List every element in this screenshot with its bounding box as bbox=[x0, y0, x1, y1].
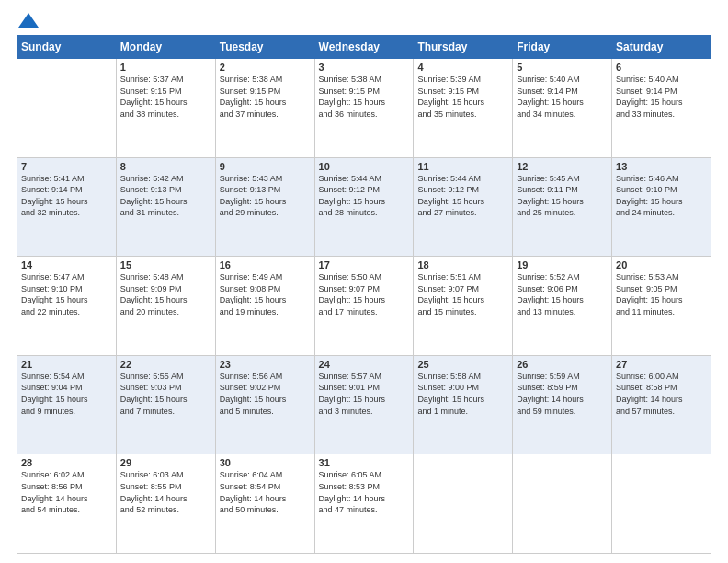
day-number: 19 bbox=[517, 259, 608, 270]
day-number: 4 bbox=[417, 62, 508, 73]
calendar-table: SundayMondayTuesdayWednesdayThursdayFrid… bbox=[17, 35, 711, 554]
cell-info: Sunrise: 5:41 AM Sunset: 9:14 PM Dayligh… bbox=[21, 173, 112, 219]
weekday-monday: Monday bbox=[116, 36, 215, 59]
day-number: 23 bbox=[220, 359, 311, 370]
calendar-cell: 9Sunrise: 5:43 AM Sunset: 9:13 PM Daylig… bbox=[215, 157, 314, 257]
week-row-2: 14Sunrise: 5:47 AM Sunset: 9:10 PM Dayli… bbox=[17, 257, 711, 356]
svg-marker-0 bbox=[18, 13, 39, 28]
week-row-1: 7Sunrise: 5:41 AM Sunset: 9:14 PM Daylig… bbox=[17, 157, 711, 257]
week-row-4: 28Sunrise: 6:02 AM Sunset: 8:56 PM Dayli… bbox=[17, 454, 711, 554]
calendar-cell: 19Sunrise: 5:52 AM Sunset: 9:06 PM Dayli… bbox=[513, 257, 612, 356]
cell-info: Sunrise: 5:48 AM Sunset: 9:09 PM Dayligh… bbox=[120, 271, 211, 317]
weekday-sunday: Sunday bbox=[17, 36, 117, 59]
calendar-cell: 3Sunrise: 5:38 AM Sunset: 9:15 PM Daylig… bbox=[314, 59, 414, 158]
day-number: 1 bbox=[120, 62, 211, 73]
calendar-cell: 15Sunrise: 5:48 AM Sunset: 9:09 PM Dayli… bbox=[116, 257, 215, 356]
day-number: 10 bbox=[319, 161, 410, 172]
day-number: 14 bbox=[21, 259, 112, 270]
calendar-cell: 7Sunrise: 5:41 AM Sunset: 9:14 PM Daylig… bbox=[17, 157, 117, 257]
logo bbox=[17, 17, 39, 28]
cell-info: Sunrise: 5:46 AM Sunset: 9:10 PM Dayligh… bbox=[616, 173, 707, 219]
calendar-cell: 6Sunrise: 5:40 AM Sunset: 9:14 PM Daylig… bbox=[612, 59, 711, 158]
calendar-cell: 21Sunrise: 5:54 AM Sunset: 9:04 PM Dayli… bbox=[17, 355, 117, 454]
day-number: 26 bbox=[517, 359, 608, 370]
calendar-cell: 14Sunrise: 5:47 AM Sunset: 9:10 PM Dayli… bbox=[17, 257, 117, 356]
calendar-cell: 17Sunrise: 5:50 AM Sunset: 9:07 PM Dayli… bbox=[314, 257, 414, 356]
header bbox=[17, 17, 711, 28]
cell-info: Sunrise: 5:49 AM Sunset: 9:08 PM Dayligh… bbox=[220, 271, 311, 317]
page: SundayMondayTuesdayWednesdayThursdayFrid… bbox=[0, 0, 728, 563]
cell-info: Sunrise: 6:00 AM Sunset: 8:58 PM Dayligh… bbox=[616, 371, 707, 417]
cell-info: Sunrise: 5:40 AM Sunset: 9:14 PM Dayligh… bbox=[616, 74, 707, 120]
cell-info: Sunrise: 5:40 AM Sunset: 9:14 PM Dayligh… bbox=[517, 74, 608, 120]
day-number: 20 bbox=[616, 259, 707, 270]
week-row-0: 1Sunrise: 5:37 AM Sunset: 9:15 PM Daylig… bbox=[17, 59, 711, 158]
weekday-wednesday: Wednesday bbox=[314, 36, 414, 59]
weekday-tuesday: Tuesday bbox=[215, 36, 314, 59]
cell-info: Sunrise: 5:37 AM Sunset: 9:15 PM Dayligh… bbox=[120, 74, 211, 120]
calendar-cell: 26Sunrise: 5:59 AM Sunset: 8:59 PM Dayli… bbox=[513, 355, 612, 454]
day-number: 3 bbox=[319, 62, 410, 73]
calendar-cell: 5Sunrise: 5:40 AM Sunset: 9:14 PM Daylig… bbox=[513, 59, 612, 158]
day-number: 18 bbox=[417, 259, 508, 270]
day-number: 8 bbox=[120, 161, 211, 172]
cell-info: Sunrise: 5:56 AM Sunset: 9:02 PM Dayligh… bbox=[220, 371, 311, 417]
day-number: 6 bbox=[616, 62, 707, 73]
calendar-cell: 24Sunrise: 5:57 AM Sunset: 9:01 PM Dayli… bbox=[314, 355, 414, 454]
weekday-thursday: Thursday bbox=[414, 36, 513, 59]
day-number: 15 bbox=[120, 259, 211, 270]
calendar-cell bbox=[612, 454, 711, 554]
cell-info: Sunrise: 5:39 AM Sunset: 9:15 PM Dayligh… bbox=[417, 74, 508, 120]
cell-info: Sunrise: 5:43 AM Sunset: 9:13 PM Dayligh… bbox=[220, 173, 311, 219]
cell-info: Sunrise: 6:04 AM Sunset: 8:54 PM Dayligh… bbox=[220, 469, 311, 515]
cell-info: Sunrise: 6:02 AM Sunset: 8:56 PM Dayligh… bbox=[21, 469, 112, 515]
calendar-cell: 25Sunrise: 5:58 AM Sunset: 9:00 PM Dayli… bbox=[414, 355, 513, 454]
calendar-cell: 22Sunrise: 5:55 AM Sunset: 9:03 PM Dayli… bbox=[116, 355, 215, 454]
day-number: 11 bbox=[417, 161, 508, 172]
cell-info: Sunrise: 5:44 AM Sunset: 9:12 PM Dayligh… bbox=[417, 173, 508, 219]
day-number: 28 bbox=[21, 457, 112, 468]
cell-info: Sunrise: 5:58 AM Sunset: 9:00 PM Dayligh… bbox=[417, 371, 508, 417]
weekday-saturday: Saturday bbox=[612, 36, 711, 59]
calendar-cell: 18Sunrise: 5:51 AM Sunset: 9:07 PM Dayli… bbox=[414, 257, 513, 356]
logo-icon bbox=[18, 13, 39, 28]
calendar-cell: 2Sunrise: 5:38 AM Sunset: 9:15 PM Daylig… bbox=[215, 59, 314, 158]
day-number: 13 bbox=[616, 161, 707, 172]
cell-info: Sunrise: 5:45 AM Sunset: 9:11 PM Dayligh… bbox=[517, 173, 608, 219]
day-number: 5 bbox=[517, 62, 608, 73]
weekday-friday: Friday bbox=[513, 36, 612, 59]
week-row-3: 21Sunrise: 5:54 AM Sunset: 9:04 PM Dayli… bbox=[17, 355, 711, 454]
day-number: 24 bbox=[319, 359, 410, 370]
weekday-header-row: SundayMondayTuesdayWednesdayThursdayFrid… bbox=[17, 36, 711, 59]
calendar-cell: 13Sunrise: 5:46 AM Sunset: 9:10 PM Dayli… bbox=[612, 157, 711, 257]
calendar-cell bbox=[414, 454, 513, 554]
cell-info: Sunrise: 5:59 AM Sunset: 8:59 PM Dayligh… bbox=[517, 371, 608, 417]
calendar-cell: 1Sunrise: 5:37 AM Sunset: 9:15 PM Daylig… bbox=[116, 59, 215, 158]
cell-info: Sunrise: 5:51 AM Sunset: 9:07 PM Dayligh… bbox=[417, 271, 508, 317]
day-number: 31 bbox=[319, 457, 410, 468]
cell-info: Sunrise: 5:44 AM Sunset: 9:12 PM Dayligh… bbox=[319, 173, 410, 219]
calendar-cell: 16Sunrise: 5:49 AM Sunset: 9:08 PM Dayli… bbox=[215, 257, 314, 356]
calendar-cell: 10Sunrise: 5:44 AM Sunset: 9:12 PM Dayli… bbox=[314, 157, 414, 257]
calendar-cell: 23Sunrise: 5:56 AM Sunset: 9:02 PM Dayli… bbox=[215, 355, 314, 454]
day-number: 17 bbox=[319, 259, 410, 270]
cell-info: Sunrise: 5:52 AM Sunset: 9:06 PM Dayligh… bbox=[517, 271, 608, 317]
calendar-cell: 29Sunrise: 6:03 AM Sunset: 8:55 PM Dayli… bbox=[116, 454, 215, 554]
calendar-cell bbox=[513, 454, 612, 554]
cell-info: Sunrise: 5:54 AM Sunset: 9:04 PM Dayligh… bbox=[21, 371, 112, 417]
cell-info: Sunrise: 5:38 AM Sunset: 9:15 PM Dayligh… bbox=[319, 74, 410, 120]
cell-info: Sunrise: 5:53 AM Sunset: 9:05 PM Dayligh… bbox=[616, 271, 707, 317]
day-number: 2 bbox=[220, 62, 311, 73]
calendar-cell: 31Sunrise: 6:05 AM Sunset: 8:53 PM Dayli… bbox=[314, 454, 414, 554]
day-number: 21 bbox=[21, 359, 112, 370]
day-number: 27 bbox=[616, 359, 707, 370]
day-number: 16 bbox=[220, 259, 311, 270]
day-number: 12 bbox=[517, 161, 608, 172]
cell-info: Sunrise: 5:42 AM Sunset: 9:13 PM Dayligh… bbox=[120, 173, 211, 219]
calendar-cell: 11Sunrise: 5:44 AM Sunset: 9:12 PM Dayli… bbox=[414, 157, 513, 257]
day-number: 7 bbox=[21, 161, 112, 172]
cell-info: Sunrise: 6:03 AM Sunset: 8:55 PM Dayligh… bbox=[120, 469, 211, 515]
calendar-cell bbox=[17, 59, 117, 158]
calendar-cell: 30Sunrise: 6:04 AM Sunset: 8:54 PM Dayli… bbox=[215, 454, 314, 554]
cell-info: Sunrise: 5:47 AM Sunset: 9:10 PM Dayligh… bbox=[21, 271, 112, 317]
